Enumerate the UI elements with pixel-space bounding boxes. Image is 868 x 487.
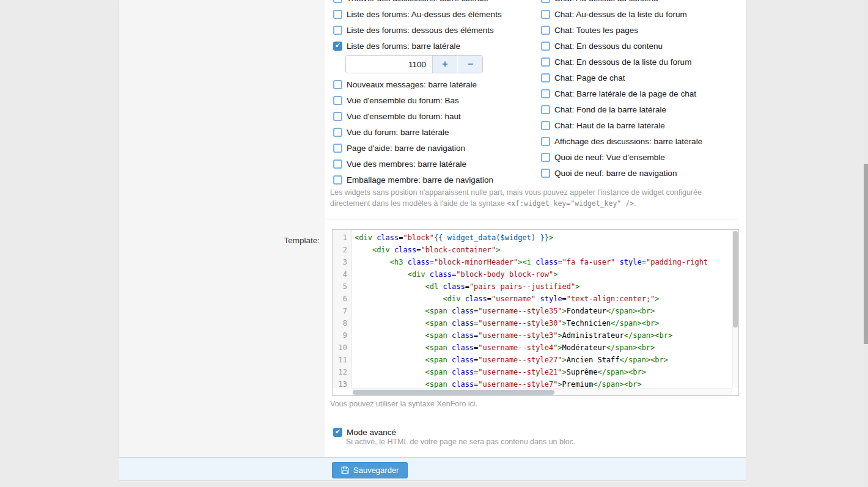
checkbox-icon[interactable] <box>333 128 342 137</box>
line-number: 10 <box>333 342 351 354</box>
position-checkbox-label[interactable]: Chat: Haut de la barre latérale <box>554 121 665 130</box>
row-divider <box>326 219 738 219</box>
checkbox-icon[interactable] <box>333 26 342 35</box>
checkbox-icon[interactable] <box>541 89 550 98</box>
code-line: <div class="block"{{ widget_data($widget… <box>355 232 732 244</box>
checkbox-icon[interactable] <box>541 0 550 3</box>
position-checkbox-label[interactable]: Quoi de neuf: Vue d'ensemble <box>554 153 665 162</box>
position-checkbox-label[interactable]: Affichage des discussions: barre latéral… <box>554 137 702 146</box>
position-checkbox-label[interactable]: Page d'aide: barre de navigation <box>347 144 465 153</box>
position-checkbox-column-left: Trouver des discussions: barre latéraleL… <box>333 0 544 188</box>
code-line: <span class="username--style4">Modérateu… <box>355 342 732 354</box>
line-number: 4 <box>333 268 351 280</box>
position-checkbox-label[interactable]: Vue d'ensemble du forum: haut <box>347 112 461 121</box>
position-checkbox-row: Chat: Page de chat <box>541 70 746 86</box>
line-number: 12 <box>333 366 351 378</box>
checkbox-icon[interactable] <box>541 57 550 67</box>
position-checkbox-row: Chat: En dessous du contenu <box>541 38 746 54</box>
checkbox-icon[interactable] <box>333 175 342 185</box>
checkbox-icon[interactable] <box>541 10 550 19</box>
checkbox-icon[interactable] <box>541 137 550 146</box>
position-checkbox-row: Chat: Au-dessus du contenu <box>541 0 746 6</box>
template-field-label: Template: <box>284 236 320 245</box>
code-line: <span class="username--style3">Administr… <box>355 329 732 342</box>
editor-hint: Vous pouvez utiliser la syntaxe XenForo … <box>330 400 477 408</box>
checkbox-icon[interactable] <box>541 169 550 178</box>
position-checkbox-row: Quoi de neuf: barre de navigation <box>541 165 746 181</box>
code-line: <dl class="pairs pairs--justified"> <box>355 280 732 293</box>
checkbox-icon[interactable] <box>541 42 550 51</box>
position-checkbox-row: Chat: Barre latérale de la page de chat <box>541 86 746 101</box>
stepper-increment-button[interactable]: + <box>432 56 457 73</box>
checkbox-icon[interactable] <box>541 153 550 162</box>
form-content-column: Trouver des discussions: barre latéraleL… <box>325 0 746 457</box>
advanced-mode-label[interactable]: Mode avancé <box>347 428 396 437</box>
checkbox-icon[interactable] <box>541 121 550 130</box>
stepper-value-input[interactable]: 1100 <box>346 56 432 73</box>
advanced-mode-checkbox[interactable] <box>333 428 342 437</box>
position-checkbox-column-right: Chat: Au-dessus du contenuChat: Au-dessu… <box>541 0 746 181</box>
position-checkbox-label[interactable]: Chat: Barre latérale de la page de chat <box>554 89 696 98</box>
position-checkbox-label[interactable]: Chat: Au-dessus de la liste du forum <box>554 10 687 19</box>
position-checkbox-label[interactable]: Liste des forums: dessous des éléments <box>347 26 494 35</box>
position-checkbox-row: Liste des forums: barre latérale <box>333 38 544 54</box>
position-checkbox-label[interactable]: Vue du forum: barre latérale <box>347 128 449 137</box>
checkbox-icon[interactable] <box>541 73 550 82</box>
code-line: <div class="username" style="text-align:… <box>355 293 732 305</box>
line-number: 3 <box>333 256 351 268</box>
position-checkbox-label[interactable]: Chat: Page de chat <box>554 73 625 82</box>
position-checkbox-label[interactable]: Liste des forums: barre latérale <box>347 42 460 51</box>
position-checkbox-label[interactable]: Vue d'ensemble du forum: Bas <box>347 96 459 105</box>
editor-vertical-scrollbar[interactable] <box>732 230 738 388</box>
position-checkbox-label[interactable]: Quoi de neuf: barre de navigation <box>554 169 677 178</box>
code-line: <span class="username--style21">Suprême<… <box>355 366 732 378</box>
checkbox-icon[interactable] <box>333 159 342 169</box>
position-checkbox-row: Vue du forum: barre latérale <box>333 124 544 140</box>
editor-horizontal-scrollbar[interactable] <box>351 388 732 395</box>
line-number: 9 <box>333 329 351 342</box>
note-code: <xf:widget key="widget_key" /> <box>507 199 634 208</box>
page-scrollbar[interactable] <box>864 0 868 487</box>
position-checkbox-row: Trouver des discussions: barre latérale <box>333 0 544 6</box>
checkbox-icon[interactable] <box>333 144 342 153</box>
position-checkbox-label[interactable]: Nouveaux messages: barre latérale <box>347 80 477 89</box>
checkbox-icon[interactable] <box>333 0 342 3</box>
position-checkbox-label[interactable]: Vue des membres: barre latérale <box>347 159 466 169</box>
checkbox-icon[interactable] <box>333 112 342 121</box>
line-number: 6 <box>333 293 351 305</box>
position-checkbox-row: Affichage des discussions: barre latéral… <box>541 133 746 149</box>
editor-code-area[interactable]: <div class="block"{{ widget_data($widget… <box>355 232 732 388</box>
position-checkbox-label[interactable]: Emballage membre: barre de navigation <box>347 175 493 185</box>
code-line: <span class="username--style30">Technici… <box>355 317 732 329</box>
checkbox-icon[interactable] <box>333 80 342 89</box>
checkbox-icon[interactable] <box>541 26 550 35</box>
position-checkbox-label[interactable]: Trouver des discussions: barre latérale <box>347 0 488 3</box>
line-number: 8 <box>333 317 351 329</box>
editor-vertical-scrollbar-thumb[interactable] <box>733 231 738 328</box>
checkbox-icon[interactable] <box>333 96 342 105</box>
line-number: 13 <box>333 378 351 390</box>
checked-checkbox-icon[interactable] <box>333 42 342 51</box>
position-checkbox-label[interactable]: Chat: Toutes les pages <box>554 26 638 35</box>
position-checkbox-row: Liste des forums: dessous des éléments <box>333 22 544 38</box>
position-checkbox-row: Chat: Fond de la barre latérale <box>541 101 746 117</box>
code-line: <div class="block-container"> <box>355 244 732 256</box>
stepper-decrement-button[interactable]: − <box>457 56 482 73</box>
position-checkbox-label[interactable]: Chat: Fond de la barre latérale <box>554 105 666 114</box>
form-footer: Sauvegarder <box>119 457 746 481</box>
note-period: . <box>634 199 636 208</box>
position-checkbox-label[interactable]: Chat: En dessous du contenu <box>554 42 663 51</box>
editor-horizontal-scrollbar-thumb[interactable] <box>353 390 554 395</box>
position-checkbox-label[interactable]: Chat: Au-dessus du contenu <box>554 0 658 3</box>
checkbox-icon[interactable] <box>333 10 342 19</box>
position-checkbox-label[interactable]: Liste des forums: Au-dessus des éléments <box>347 10 502 19</box>
line-number: 7 <box>333 305 351 317</box>
position-checkbox-row: Chat: Haut de la barre latérale <box>541 117 746 133</box>
template-code-editor[interactable]: 12345678910111213 <div class="block"{{ w… <box>332 229 739 396</box>
position-checkbox-label[interactable]: Chat: En dessous de la liste du forum <box>554 57 691 67</box>
line-number: 2 <box>333 244 351 256</box>
page-scrollbar-thumb[interactable] <box>864 164 868 344</box>
line-number: 1 <box>333 232 351 244</box>
checkbox-icon[interactable] <box>541 105 550 114</box>
save-button[interactable]: Sauvegarder <box>332 462 408 478</box>
